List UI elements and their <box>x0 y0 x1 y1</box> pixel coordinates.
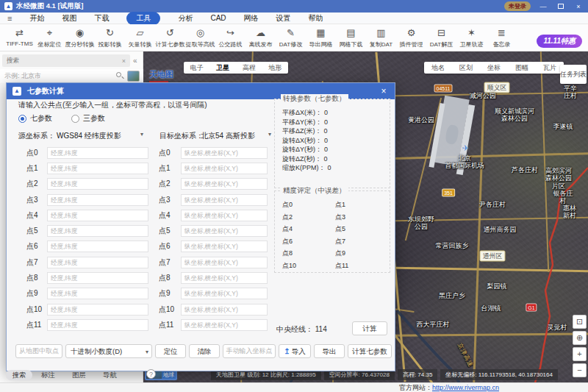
hamburger-icon[interactable]: ≡ <box>7 14 12 23</box>
tool-satellite-track[interactable]: ✶卫星轨迹 <box>456 24 487 51</box>
target-point-input-9[interactable] <box>181 288 268 299</box>
source-point-input-10[interactable] <box>47 304 148 316</box>
search-icon[interactable] <box>116 72 121 77</box>
menu-tools-active[interactable]: 工具 <box>126 12 160 25</box>
overlay-coords[interactable]: 坐标 <box>487 63 501 73</box>
target-point-input-3[interactable] <box>181 194 268 206</box>
source-point-input-0[interactable] <box>47 147 148 159</box>
dialog-close-icon[interactable]: × <box>379 86 389 96</box>
target-point-input-1[interactable] <box>181 163 268 174</box>
tool-bus-route[interactable]: ↪公交路线 <box>215 24 245 51</box>
official-site-link[interactable]: http://www.rivermap.cn <box>432 384 499 391</box>
tool-coord-locate[interactable]: ⌖坐标定位 <box>35 24 65 51</box>
chevron-down-icon[interactable]: ▾ <box>268 131 271 138</box>
layer-satellite-active[interactable]: 卫星 <box>216 63 229 73</box>
manual-input-button[interactable]: 手动输入坐标点 <box>223 344 276 358</box>
source-point-input-8[interactable] <box>47 272 148 284</box>
fullscreen-button[interactable]: ⊡ <box>573 315 587 329</box>
source-point-input-3[interactable] <box>47 194 148 206</box>
target-point-input-6[interactable] <box>181 240 268 252</box>
calc-button[interactable]: 计算 <box>352 321 387 335</box>
overlay-sheets[interactable]: 图幅 <box>515 63 528 73</box>
login-status-badge[interactable]: 未登录 <box>504 1 531 11</box>
target-crs-select[interactable]: 北京54 高斯投影 <box>201 131 255 141</box>
calc-seven-params-button[interactable]: 计算七参数 <box>348 344 392 358</box>
menu-network[interactable]: 网络 <box>244 13 259 24</box>
menu-start[interactable]: 开始 <box>29 13 44 24</box>
tool-dat-edit[interactable]: ✎DAT修改 <box>276 24 306 51</box>
menu-settings[interactable]: 设置 <box>276 13 291 24</box>
layer-elevation[interactable]: 高程 <box>243 63 256 73</box>
bottom-tab-layers[interactable]: 图层 <box>72 371 86 380</box>
tool-label: TIFF-TMS <box>6 40 32 47</box>
source-point-input-11[interactable] <box>47 319 148 331</box>
overlay-districts[interactable]: 区划 <box>459 63 473 73</box>
tool-projection-convert[interactable]: ↻投影转换 <box>95 24 125 51</box>
promo-badge[interactable]: 11.11特惠 <box>537 35 582 48</box>
clear-search-icon[interactable]: × <box>122 57 126 65</box>
menu-help[interactable]: 帮助 <box>309 13 323 24</box>
tool-copy-dat[interactable]: ▥复制DAT <box>366 24 396 51</box>
target-point-input-5[interactable] <box>181 225 268 237</box>
source-point-input-2[interactable] <box>47 178 148 190</box>
tool-grid-download[interactable]: ▤网格下载 <box>336 24 366 51</box>
source-point-input-4[interactable] <box>47 210 148 221</box>
clear-button[interactable]: 清除 <box>189 344 220 358</box>
central-meridian-value[interactable]: 114 <box>315 325 327 333</box>
tool-contours[interactable]: ◎提取等高线 <box>185 24 215 51</box>
menu-view[interactable]: 视图 <box>62 13 76 24</box>
pick-from-map-button[interactable]: 从地图中取点 <box>15 344 62 358</box>
zoom-out-button[interactable]: − <box>573 363 587 377</box>
source-point-input-5[interactable] <box>47 225 148 237</box>
task-list-button[interactable]: 任务列表 <box>560 65 587 84</box>
target-point-input-2[interactable] <box>181 178 268 190</box>
tool-dat-unzip[interactable]: ⊟DAT解压 <box>426 24 456 51</box>
search-input[interactable]: 搜索 × <box>2 54 130 67</box>
close-button[interactable]: × <box>573 3 584 10</box>
locate-button[interactable]: ⊕ <box>573 331 587 345</box>
layer-electronic[interactable]: 电子 <box>190 63 204 73</box>
menu-cad[interactable]: CAD <box>210 14 226 22</box>
zoom-in-button[interactable]: + <box>573 347 587 361</box>
target-point-input-0[interactable] <box>181 147 268 159</box>
layer-terrain[interactable]: 地形 <box>268 63 282 73</box>
radio-three-params[interactable]: 三参数 <box>71 113 105 124</box>
bottom-tab-annotate[interactable]: 标注 <box>41 371 55 380</box>
menu-analysis[interactable]: 分析 <box>178 13 193 24</box>
help-icon[interactable]: ? <box>146 369 156 379</box>
source-point-input-6[interactable] <box>47 240 148 252</box>
chevron-down-icon[interactable]: ▾ <box>140 131 143 138</box>
accuracy-group: 精度评定（中误差） 点0点1 点2点3 点4点5 点6点7 点8点9 点10点1… <box>274 190 390 273</box>
source-point-input-9[interactable] <box>47 288 148 299</box>
locate-point-button[interactable]: 定位 <box>155 344 186 358</box>
menu-download[interactable]: 下载 <box>94 13 109 24</box>
source-crs-select[interactable]: WGS84 经纬度投影 <box>57 131 121 141</box>
import-button[interactable]: ↥导入 <box>279 344 311 358</box>
bottom-tab-search[interactable]: 搜索 <box>6 370 32 380</box>
source-point-input-1[interactable] <box>47 163 148 174</box>
source-point-input-7[interactable] <box>47 257 148 268</box>
overlay-tiles[interactable]: 瓦片 <box>543 63 556 73</box>
tool-memo[interactable]: ≣备忘录 <box>487 24 517 51</box>
target-point-input-11[interactable] <box>181 319 268 331</box>
overlay-placenames[interactable]: 地名 <box>431 63 445 73</box>
tool-export-grid[interactable]: ▦导出网格 <box>306 24 336 51</box>
map-thumbnail-button[interactable] <box>127 71 140 82</box>
tool-vector-convert[interactable]: ▱矢量转换 <box>125 24 155 51</box>
tool-offline-publish[interactable]: ☁离线发布 <box>245 24 276 51</box>
export-button[interactable]: 导出 <box>314 344 345 358</box>
tool-dms-convert[interactable]: ◉度分秒转换 <box>65 24 95 51</box>
collapse-panel-icon[interactable]: « <box>133 57 137 65</box>
tool-plugin-manager[interactable]: ⚙插件管理 <box>396 24 426 51</box>
maximize-button[interactable] <box>556 3 566 10</box>
target-point-input-10[interactable] <box>181 304 268 316</box>
bottom-tab-navigate[interactable]: 导航 <box>103 371 117 380</box>
format-select[interactable]: 十进制小数度(D) ▾ <box>65 344 152 358</box>
target-point-input-7[interactable] <box>181 257 268 268</box>
target-point-input-4[interactable] <box>181 210 268 221</box>
minimize-button[interactable]: — <box>538 3 548 10</box>
tool-seven-params[interactable]: ↺计算七参数 <box>155 24 185 51</box>
target-point-input-8[interactable] <box>181 272 268 284</box>
radio-seven-params[interactable]: 七参数 <box>18 113 52 124</box>
tool-tiff-tms[interactable]: ⇄TIFF-TMS <box>4 24 35 51</box>
